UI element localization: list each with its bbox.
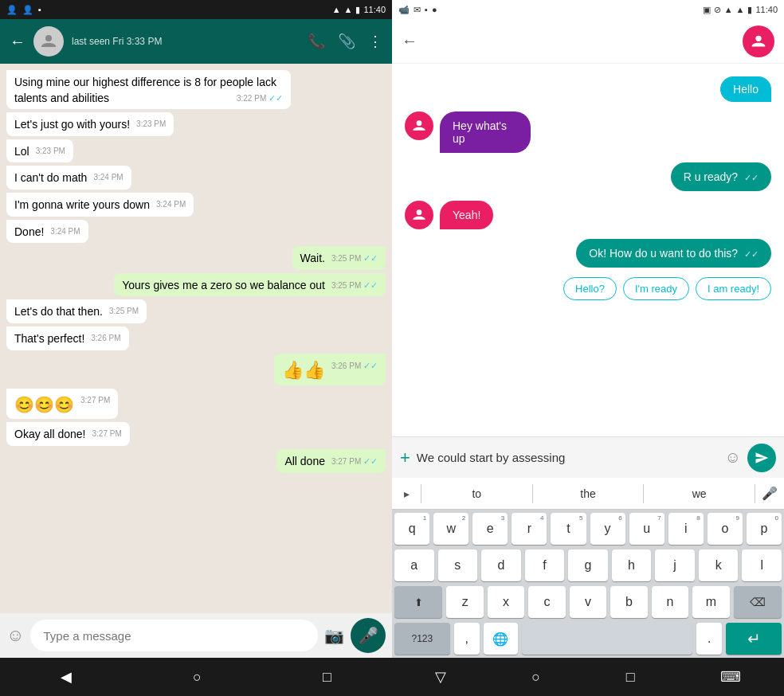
- key-e[interactable]: 3e: [472, 513, 508, 545]
- keyboard: ▸ to the we 🎤 1q 2w 3e 4r 5t 6y 7u 8i 9o: [392, 478, 784, 658]
- key-i[interactable]: 8i: [668, 513, 704, 545]
- key-q[interactable]: 1q: [394, 513, 429, 545]
- received-bubble-pink: Yeah!: [440, 201, 493, 229]
- key-d[interactable]: d: [481, 549, 521, 581]
- right-emoji-button[interactable]: ☺: [725, 448, 741, 467]
- suggestion-we[interactable]: we: [644, 487, 755, 500]
- battery-icon-right: ▮: [747, 5, 752, 15]
- right-back-button[interactable]: ←: [402, 32, 417, 50]
- table-row: 👍👍 3:26 PM ✓✓: [274, 354, 386, 386]
- key-a[interactable]: a: [394, 549, 434, 581]
- key-period[interactable]: .: [696, 623, 722, 655]
- key-h[interactable]: h: [612, 549, 652, 581]
- table-row: All done 3:27 PM ✓✓: [276, 449, 386, 473]
- table-row: I can't do math 3:24 PM: [6, 166, 131, 190]
- keyboard-nav-icon[interactable]: ⌨: [720, 668, 741, 686]
- key-delete[interactable]: ⌫: [734, 586, 782, 618]
- right-status-bar: 📹 ✉ ▪ ● ▣ ⊘ ▲ ▲ ▮ 11:40: [392, 0, 784, 19]
- list-item: R u ready? ✓✓: [671, 162, 771, 191]
- key-space[interactable]: [522, 623, 692, 655]
- list-item: Yeah!: [405, 201, 493, 229]
- key-shift[interactable]: ⬆: [394, 586, 442, 618]
- contact-avatar: [405, 201, 433, 229]
- keyboard-row-4: ?123 , 🌐 . ↵: [394, 623, 782, 655]
- suggestion-to[interactable]: to: [421, 487, 532, 500]
- key-t[interactable]: 5t: [551, 513, 586, 545]
- suggestion-chip-hello[interactable]: Hello?: [563, 277, 617, 300]
- key-v[interactable]: v: [570, 586, 606, 618]
- list-item: Ok! How do u want to do this? ✓✓: [576, 239, 771, 268]
- received-bubble: Hey what's up: [440, 111, 531, 153]
- sim-icon-right: ▪: [425, 5, 428, 14]
- key-p[interactable]: 0p: [747, 513, 782, 545]
- table-row: I'm gonna write yours down 3:24 PM: [6, 193, 194, 217]
- avatar: [33, 26, 64, 57]
- key-enter[interactable]: ↵: [726, 623, 782, 655]
- key-b[interactable]: b: [610, 586, 647, 618]
- key-j[interactable]: j: [655, 549, 695, 581]
- key-c[interactable]: c: [528, 586, 565, 618]
- table-row: That's perfect! 3:26 PM: [6, 326, 129, 350]
- key-globe[interactable]: 🌐: [484, 623, 518, 655]
- mic-button[interactable]: 🎤: [351, 618, 386, 653]
- right-message-input[interactable]: [417, 451, 719, 464]
- key-n[interactable]: n: [652, 586, 688, 618]
- home-nav-icon[interactable]: ○: [193, 669, 202, 686]
- key-r[interactable]: 4r: [512, 513, 547, 545]
- plus-button[interactable]: +: [400, 448, 410, 468]
- keyboard-nav-arrow[interactable]: ▸: [392, 487, 421, 500]
- back-nav-icon[interactable]: ◀: [61, 668, 72, 686]
- suggestion-the[interactable]: the: [533, 487, 644, 500]
- message-input[interactable]: [30, 620, 318, 651]
- keyboard-mic-icon[interactable]: 🎤: [755, 486, 784, 501]
- send-button[interactable]: [747, 444, 776, 472]
- signal-icon: ▲: [344, 5, 353, 14]
- key-k[interactable]: k: [699, 549, 739, 581]
- key-g[interactable]: g: [568, 549, 608, 581]
- key-y[interactable]: 6y: [590, 513, 625, 545]
- key-m[interactable]: m: [692, 586, 729, 618]
- phone-icon[interactable]: 📞: [308, 33, 325, 50]
- right-chat-header: ←: [392, 19, 784, 64]
- key-z[interactable]: z: [446, 586, 483, 618]
- table-row: Lol 3:23 PM: [6, 139, 73, 163]
- home-nav-icon-right[interactable]: ○: [531, 669, 540, 686]
- suggestion-chip-im-ready[interactable]: I'm ready: [623, 277, 689, 300]
- keyboard-keys: 1q 2w 3e 4r 5t 6y 7u 8i 9o 0p a s d f g …: [392, 510, 784, 658]
- left-chat-header: ← last seen Fri 3:33 PM 📞 📎 ⋮: [0, 19, 392, 64]
- keyboard-suggestions-bar: ▸ to the we 🎤: [392, 478, 784, 510]
- svg-point-3: [417, 209, 422, 215]
- block-icon: ⊘: [714, 5, 721, 15]
- svg-point-2: [417, 120, 422, 126]
- attach-icon[interactable]: 📎: [338, 33, 355, 50]
- cast-icon: ▣: [703, 5, 711, 15]
- back-nav-icon-right[interactable]: ▽: [435, 668, 446, 686]
- left-chat-panel: 👤 👤 ▪ ▲ ▲ ▮ 11:40 ← last seen Fri 3:33 P…: [0, 0, 392, 696]
- recents-nav-icon[interactable]: □: [323, 669, 331, 686]
- right-messages-area: Hello Hey what's up R u ready? ✓✓ Yeah!: [392, 64, 784, 436]
- right-time: 11:40: [755, 5, 778, 14]
- table-row: Let's just go with yours! 3:23 PM: [6, 112, 174, 136]
- key-numbers[interactable]: ?123: [394, 623, 450, 655]
- key-l[interactable]: l: [742, 549, 782, 581]
- key-f[interactable]: f: [525, 549, 565, 581]
- keyboard-row-3: ⬆ z x c v b n m ⌫: [394, 586, 782, 618]
- table-row: Done! 3:24 PM: [6, 220, 88, 244]
- menu-icon[interactable]: ⋮: [368, 33, 382, 50]
- key-w[interactable]: 2w: [433, 513, 468, 545]
- signal-icon-right: ▲: [736, 5, 745, 14]
- back-button[interactable]: ←: [10, 33, 25, 51]
- key-s[interactable]: s: [438, 549, 478, 581]
- recents-nav-icon-right[interactable]: □: [626, 669, 635, 686]
- key-u[interactable]: 7u: [629, 513, 664, 545]
- table-row: 😊😊😊 3:27 PM: [6, 389, 118, 419]
- wifi-icon: ▲: [332, 5, 341, 14]
- left-messages-area: Using mine our highest difference is 8 f…: [0, 64, 392, 613]
- emoji-button[interactable]: ☺: [6, 625, 24, 646]
- camera-button[interactable]: 📷: [324, 626, 344, 645]
- table-row: Using mine our highest difference is 8 f…: [6, 70, 291, 109]
- key-x[interactable]: x: [488, 586, 524, 618]
- key-o[interactable]: 9o: [708, 513, 743, 545]
- suggestion-chip-i-am-ready[interactable]: I am ready!: [696, 277, 771, 300]
- key-comma[interactable]: ,: [454, 623, 480, 655]
